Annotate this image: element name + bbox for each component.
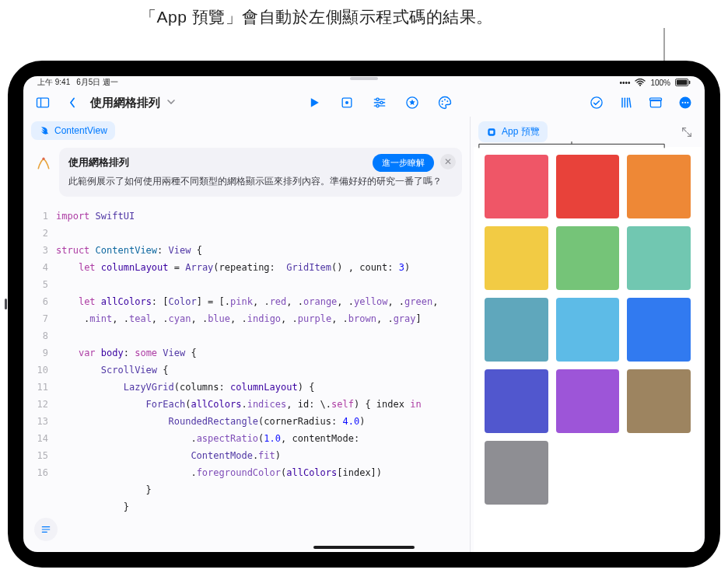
- svg-point-29: [687, 102, 688, 103]
- chevron-down-icon[interactable]: [166, 96, 176, 110]
- color-swatch: [485, 369, 548, 433]
- back-button[interactable]: [59, 91, 86, 114]
- line-number: 1: [23, 208, 48, 225]
- line-number: 7: [23, 310, 48, 327]
- svg-point-19: [591, 97, 602, 108]
- line-number: 13: [23, 413, 48, 430]
- svg-point-18: [442, 103, 443, 105]
- svg-point-30: [42, 158, 44, 160]
- preview-pane: App 預覽: [470, 117, 705, 552]
- code-line[interactable]: }: [56, 481, 470, 498]
- code-line[interactable]: ScrollView {: [56, 362, 470, 379]
- line-number: 2: [23, 225, 48, 242]
- project-title[interactable]: 使用網格排列: [90, 96, 160, 110]
- checkmark-circle-button[interactable]: [583, 91, 610, 114]
- line-number: 4: [23, 259, 48, 276]
- run-button[interactable]: [301, 91, 327, 114]
- annotation-text: 「App 預覽」會自動於左側顯示程式碼的結果。: [140, 6, 493, 28]
- palette-button[interactable]: [432, 91, 458, 114]
- color-swatch: [556, 155, 620, 218]
- code-line[interactable]: import SwiftUI: [56, 208, 470, 225]
- code-line[interactable]: .mint, .teal, .cyan, .blue, .indigo, .pu…: [56, 310, 470, 327]
- svg-point-16: [444, 99, 446, 100]
- svg-rect-4: [37, 98, 49, 107]
- svg-point-0: [639, 85, 641, 86]
- line-number: 14: [23, 430, 48, 447]
- line-number: 3: [23, 242, 48, 259]
- close-card-button[interactable]: ✕: [440, 154, 456, 169]
- toolbar-right: [583, 91, 698, 114]
- starred-button[interactable]: [399, 91, 425, 114]
- color-swatch: [627, 369, 691, 433]
- code-line[interactable]: ContentMode.fit): [56, 447, 470, 464]
- code-line[interactable]: let allColors: [Color] = [.pink, .red, .…: [56, 293, 470, 310]
- multitask-grabber[interactable]: [350, 77, 378, 80]
- info-card-body: 此範例展示了如何使用兩種不同類型的網格顯示區來排列內容。準備好好的研究一番了嗎？: [68, 174, 453, 189]
- more-button[interactable]: [672, 91, 698, 114]
- library-button[interactable]: [613, 91, 639, 114]
- line-number: 16: [23, 464, 48, 481]
- main-split: ContentView 使用網格排列 進一步瞭解 ✕ 此範例展示了如何使用兩種不…: [23, 117, 705, 552]
- learn-more-button[interactable]: 進一步瞭解: [373, 154, 434, 172]
- svg-rect-2: [677, 80, 688, 85]
- color-swatch: [556, 369, 620, 433]
- info-card: 使用網格排列 進一步瞭解 ✕ 此範例展示了如何使用兩種不同類型的網格顯示區來排列…: [59, 148, 462, 197]
- code-line[interactable]: [56, 276, 470, 293]
- app-preview-icon: [486, 127, 497, 138]
- line-number: 5: [23, 276, 48, 293]
- preview-canvas: [474, 147, 702, 552]
- code-line[interactable]: LazyVGrid(columns: columnLayout) {: [56, 379, 470, 396]
- svg-point-27: [682, 102, 684, 103]
- line-number: 15: [23, 447, 48, 464]
- code-line[interactable]: RoundedRectangle(cornerRadius: 4.0): [56, 413, 470, 430]
- status-date: 6月5日 週一: [76, 77, 118, 88]
- line-gutter: 12345678910111213141516: [23, 208, 56, 552]
- svg-point-13: [376, 105, 379, 107]
- line-number: 10: [23, 362, 48, 379]
- preview-tab-label: App 預覽: [502, 125, 540, 138]
- color-swatch: [627, 155, 691, 218]
- playground-icon: [36, 155, 51, 171]
- code-line[interactable]: .aspectRatio(1.0, contentMode:: [56, 430, 470, 447]
- sidebar-toggle-button[interactable]: [30, 91, 56, 114]
- code-line[interactable]: struct ContentView: View {: [56, 242, 470, 259]
- battery-percent: 100%: [650, 79, 670, 87]
- color-swatch: [485, 155, 548, 218]
- svg-point-11: [376, 98, 379, 100]
- code-line[interactable]: let columnLayout = Array(repeating: Grid…: [56, 259, 470, 276]
- preview-tab[interactable]: App 預覽: [478, 121, 548, 142]
- info-card-title: 使用網格排列: [68, 155, 129, 169]
- code-line[interactable]: var body: some View {: [56, 344, 470, 362]
- ipad-screen: 上午 9:41 6月5日 週一 •••• 100% 使用網格排列: [23, 76, 705, 552]
- documentation-fab[interactable]: [34, 518, 58, 541]
- wifi-icon: [635, 79, 646, 86]
- expand-preview-button[interactable]: [677, 122, 697, 142]
- toolbar: 使用網格排列: [23, 89, 705, 117]
- toolbar-center: [301, 91, 458, 114]
- svg-rect-25: [650, 98, 662, 100]
- color-swatch: [485, 441, 548, 505]
- file-tab[interactable]: ContentView: [31, 121, 115, 140]
- code-line[interactable]: [56, 225, 470, 242]
- battery-icon: [675, 79, 691, 86]
- code-line[interactable]: ForEach(allColors.indices, id: \.self) {…: [56, 396, 470, 413]
- code-editor[interactable]: 12345678910111213141516 import SwiftUI s…: [23, 203, 470, 552]
- archive-button[interactable]: [642, 91, 669, 114]
- line-number: 6: [23, 293, 48, 310]
- line-number: 9: [23, 344, 48, 362]
- stop-button[interactable]: [334, 91, 360, 114]
- code-line[interactable]: .foregroundColor(allColors[index]): [56, 464, 470, 481]
- code-line[interactable]: }: [56, 498, 470, 515]
- svg-point-7: [345, 101, 348, 104]
- settings-sliders-button[interactable]: [366, 91, 393, 114]
- svg-point-17: [446, 100, 448, 102]
- code-line[interactable]: [56, 327, 470, 344]
- code-lines[interactable]: import SwiftUI struct ContentView: View …: [56, 208, 470, 552]
- svg-point-15: [442, 100, 443, 102]
- ipad-frame: 上午 9:41 6月5日 週一 •••• 100% 使用網格排列: [8, 61, 720, 568]
- svg-rect-3: [689, 81, 691, 85]
- svg-line-23: [629, 98, 631, 107]
- swift-icon: [39, 125, 50, 136]
- home-indicator[interactable]: [313, 546, 415, 549]
- status-time: 上午 9:41: [37, 77, 70, 88]
